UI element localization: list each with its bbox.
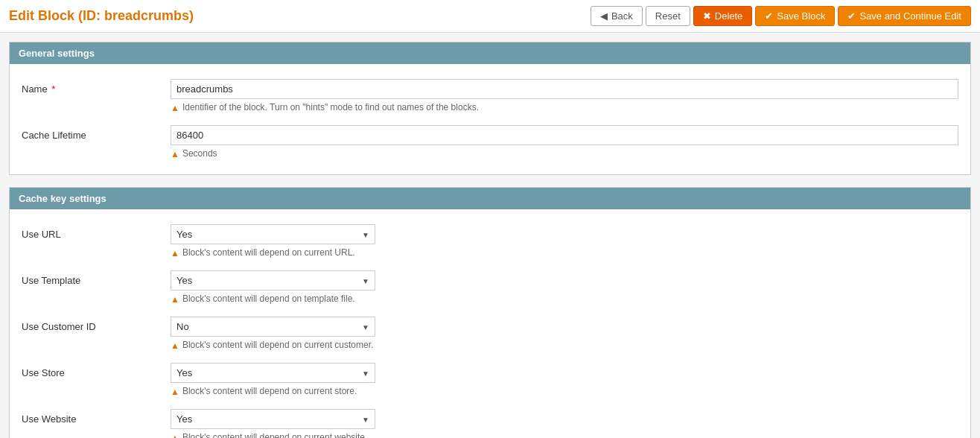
cache-lifetime-hint: ▲ Seconds [171, 148, 958, 159]
cache-key-settings-body: Use URL Yes No ▲ Block's content will de… [10, 209, 970, 438]
name-hint: ▲ Identifier of the block. Turn on "hint… [171, 102, 958, 113]
use-store-row: Use Store Yes No ▲ Block's content will … [22, 357, 958, 403]
required-mark: * [51, 83, 55, 95]
use-website-field: Yes No ▲ Block's content will depend on … [171, 409, 958, 438]
name-row: Name * ▲ Identifier of the block. Turn o… [22, 73, 958, 119]
page-header: Edit Block (ID: breadcrumbs) ◀ Back Rese… [0, 0, 980, 33]
hint-icon-3: ▲ [171, 248, 179, 258]
general-settings-header: General settings [10, 42, 970, 64]
use-customer-id-select-wrapper: Yes No [171, 317, 375, 337]
cache-key-settings-section: Cache key settings Use URL Yes No ▲ [9, 187, 971, 438]
use-website-select[interactable]: Yes No [171, 409, 375, 429]
cache-lifetime-label: Cache Lifetime [22, 125, 171, 141]
hint-icon-6: ▲ [171, 387, 179, 397]
use-store-label: Use Store [22, 363, 171, 378]
use-url-select-wrapper: Yes No [171, 224, 375, 244]
use-website-label: Use Website [22, 409, 171, 425]
delete-icon: ✖ [703, 10, 711, 22]
use-url-hint: ▲ Block's content will depend on current… [171, 247, 958, 258]
use-template-select-wrapper: Yes No [171, 270, 375, 291]
cache-lifetime-field: ▲ Seconds [171, 125, 958, 159]
delete-button[interactable]: ✖ Delete [693, 6, 753, 26]
back-icon: ◀ [600, 10, 608, 22]
use-customer-id-field: Yes No ▲ Block's content will depend on … [171, 317, 958, 351]
save-continue-icon: ✔ [847, 10, 856, 22]
cache-lifetime-input[interactable] [171, 125, 958, 145]
use-template-hint: ▲ Block's content will depend on templat… [171, 293, 958, 305]
use-store-hint: ▲ Block's content will depend on current… [171, 386, 958, 397]
use-url-label: Use URL [22, 224, 171, 240]
save-block-button[interactable]: ✔ Save Block [755, 6, 835, 26]
page-title: Edit Block (ID: breadcrumbs) [9, 8, 194, 24]
use-customer-id-select[interactable]: Yes No [171, 317, 375, 337]
use-url-select[interactable]: Yes No [171, 224, 375, 244]
hint-icon-4: ▲ [171, 294, 179, 305]
use-store-field: Yes No ▲ Block's content will depend on … [171, 363, 958, 397]
use-template-row: Use Template Yes No ▲ Block's content wi… [22, 264, 958, 311]
use-template-label: Use Template [22, 270, 171, 286]
general-settings-section: General settings Name * ▲ Identifier of … [9, 42, 971, 175]
hint-icon-5: ▲ [171, 340, 179, 351]
name-input[interactable] [171, 79, 958, 99]
hint-icon: ▲ [171, 103, 179, 113]
header-buttons: ◀ Back Reset ✖ Delete ✔ Save Block ✔ Sav… [591, 6, 971, 26]
reset-button[interactable]: Reset [646, 6, 690, 26]
use-store-select[interactable]: Yes No [171, 363, 375, 383]
use-website-select-wrapper: Yes No [171, 409, 375, 429]
use-website-hint: ▲ Block's content will depend on current… [171, 432, 958, 438]
use-template-field: Yes No ▲ Block's content will depend on … [171, 270, 958, 305]
back-button[interactable]: ◀ Back [591, 6, 643, 26]
name-label: Name * [22, 79, 171, 95]
name-field: ▲ Identifier of the block. Turn on "hint… [171, 79, 958, 113]
use-website-row: Use Website Yes No ▲ Block's content wil… [22, 403, 958, 438]
hint-icon-7: ▲ [171, 433, 179, 438]
save-continue-button[interactable]: ✔ Save and Continue Edit [838, 6, 971, 26]
use-customer-id-label: Use Customer ID [22, 317, 171, 332]
use-customer-id-row: Use Customer ID Yes No ▲ Block's content… [22, 311, 958, 357]
cache-key-settings-header: Cache key settings [10, 188, 970, 209]
use-url-row: Use URL Yes No ▲ Block's content will de… [22, 218, 958, 264]
hint-icon-2: ▲ [171, 149, 179, 159]
use-store-select-wrapper: Yes No [171, 363, 375, 383]
main-content: General settings Name * ▲ Identifier of … [0, 33, 980, 438]
cache-lifetime-row: Cache Lifetime ▲ Seconds [22, 119, 958, 165]
general-settings-body: Name * ▲ Identifier of the block. Turn o… [10, 64, 970, 174]
use-customer-id-hint: ▲ Block's content will depend on current… [171, 340, 958, 351]
use-url-field: Yes No ▲ Block's content will depend on … [171, 224, 958, 258]
save-icon: ✔ [765, 10, 773, 22]
use-template-select[interactable]: Yes No [171, 270, 375, 291]
